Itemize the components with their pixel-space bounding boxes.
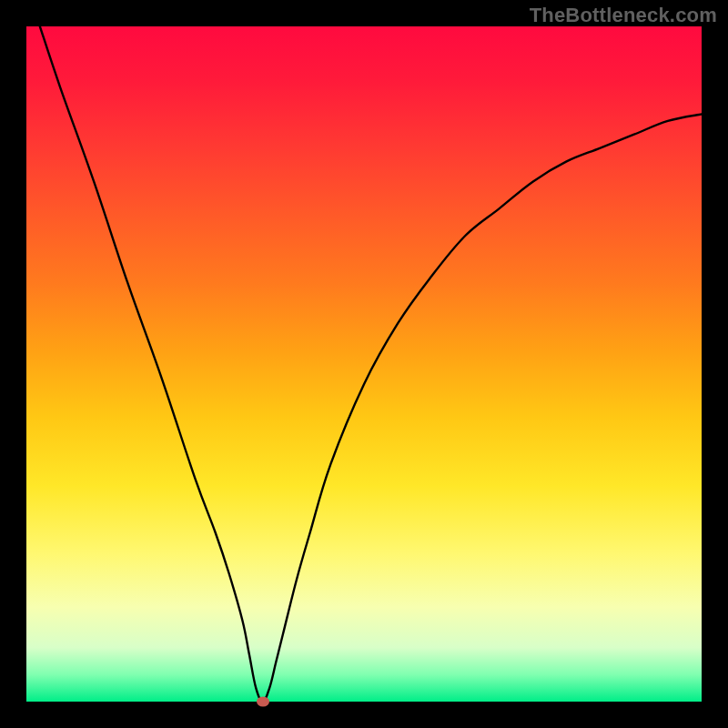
bottleneck-marker xyxy=(257,697,269,707)
watermark-text: TheBottleneck.com xyxy=(530,4,717,27)
chart-frame: TheBottleneck.com xyxy=(0,0,728,728)
curve-svg xyxy=(26,26,702,702)
plot-area xyxy=(26,26,702,702)
bottleneck-curve xyxy=(40,26,702,702)
